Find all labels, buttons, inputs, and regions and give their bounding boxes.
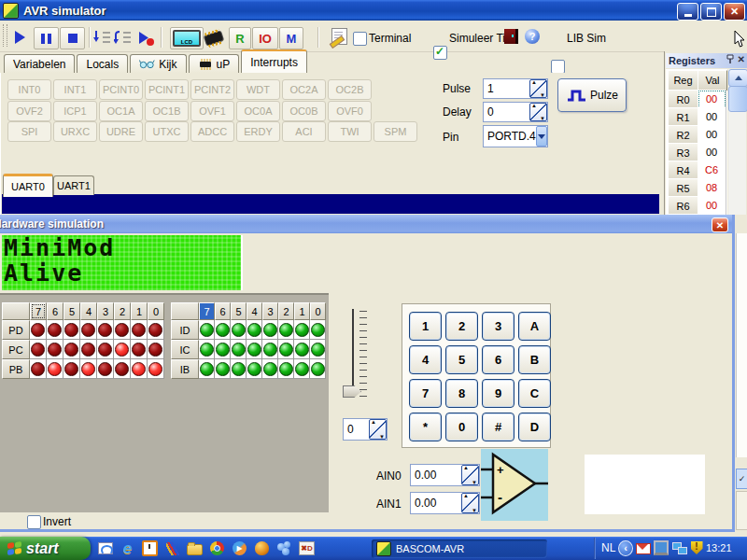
tab-uart1[interactable]: UART1 xyxy=(53,175,94,195)
led-column-header-2[interactable]: 2 xyxy=(114,302,131,320)
led-ic-2[interactable] xyxy=(278,340,294,359)
chrome-browser-icon[interactable] xyxy=(209,540,225,556)
led-ib-6[interactable] xyxy=(215,359,231,379)
led-pd-6[interactable] xyxy=(47,320,63,340)
step-over-button[interactable] xyxy=(114,30,132,47)
register-name-r6[interactable]: R6 xyxy=(668,196,698,215)
io-button[interactable]: IO xyxy=(252,27,278,49)
drawing-tools-icon[interactable] xyxy=(164,540,180,556)
led-column-header-5[interactable]: 5 xyxy=(63,302,80,320)
led-pc-1[interactable] xyxy=(131,340,148,359)
slider-value-spinner[interactable] xyxy=(369,419,387,440)
tab-uart0[interactable]: UART0 xyxy=(3,174,53,197)
led-pc-6[interactable] xyxy=(47,340,63,359)
restore-button[interactable] xyxy=(700,3,722,21)
tab-locals[interactable]: Locals xyxy=(77,54,128,73)
keypad-key-3[interactable]: 3 xyxy=(482,312,514,341)
delay-input[interactable]: 0 xyxy=(483,102,548,122)
report-button[interactable] xyxy=(331,28,347,45)
keypad-key-0[interactable]: 0 xyxy=(445,413,478,441)
register-value-r3[interactable]: 00 xyxy=(698,143,726,162)
led-column-header-6[interactable]: 6 xyxy=(215,302,231,320)
led-pc-7[interactable] xyxy=(30,340,47,359)
tab-up[interactable]: uP xyxy=(189,54,240,73)
keypad-key-2[interactable]: 2 xyxy=(445,312,478,341)
led-row-label-pd[interactable]: PD xyxy=(2,320,30,340)
hide-icons-chevron-icon[interactable]: ‹ xyxy=(618,540,633,555)
led-id-1[interactable] xyxy=(294,320,310,340)
led-row-label-ic[interactable]: IC xyxy=(171,340,199,359)
led-id-2[interactable] xyxy=(278,320,294,340)
pulse-spinner[interactable] xyxy=(529,79,547,98)
led-column-header-0[interactable]: 0 xyxy=(148,302,164,320)
led-ib-1[interactable] xyxy=(294,359,310,379)
led-pd-4[interactable] xyxy=(80,320,97,340)
minimize-button[interactable] xyxy=(677,3,698,21)
led-id-4[interactable] xyxy=(247,320,262,340)
lib-sim-checkbox[interactable] xyxy=(551,60,565,74)
led-id-5[interactable] xyxy=(231,320,247,340)
slider-thumb[interactable] xyxy=(343,385,361,398)
led-ic-1[interactable] xyxy=(294,340,310,359)
registers-col-val[interactable]: Val xyxy=(698,70,727,91)
led-id-3[interactable] xyxy=(262,320,278,340)
keypad-key-6[interactable]: 6 xyxy=(482,345,514,374)
keypad-key-4[interactable]: 4 xyxy=(409,345,442,374)
keypad-key-8[interactable]: 8 xyxy=(445,379,478,408)
mail-notifier-icon[interactable] xyxy=(636,540,651,555)
register-value-r6[interactable]: 00 xyxy=(698,196,726,215)
invert-checkbox[interactable] xyxy=(27,515,41,529)
scroll-up-icon[interactable] xyxy=(728,69,747,87)
led-id-6[interactable] xyxy=(215,320,231,340)
led-pd-0[interactable] xyxy=(148,320,164,340)
taskbar-item-bascom[interactable]: BASCOM-AVR xyxy=(372,539,547,558)
chip-button[interactable] xyxy=(205,34,222,43)
led-pc-3[interactable] xyxy=(97,340,114,359)
terminal-checkbox[interactable] xyxy=(353,32,367,46)
keypad-key-D[interactable]: D xyxy=(518,413,551,441)
led-ib-4[interactable] xyxy=(247,359,262,379)
led-pd-5[interactable] xyxy=(63,320,80,340)
register-value-r0[interactable]: 00 xyxy=(698,90,726,109)
run-to-cursor-button[interactable] xyxy=(137,31,156,49)
led-id-7[interactable] xyxy=(199,320,215,340)
led-pb-7[interactable] xyxy=(30,359,47,379)
led-column-header-4[interactable]: 4 xyxy=(80,302,97,320)
stop-button[interactable] xyxy=(60,27,85,49)
keypad-key-A[interactable]: A xyxy=(518,312,551,341)
keypad-key-7[interactable]: 7 xyxy=(409,379,442,408)
tab-interrupts[interactable]: Interrupts xyxy=(241,49,307,73)
registers-col-reg[interactable]: Reg xyxy=(668,70,698,91)
led-row-label-pb[interactable]: PB xyxy=(2,359,30,379)
ain1-input[interactable]: 0.00 xyxy=(410,492,480,514)
led-pb-1[interactable] xyxy=(131,359,148,379)
ain1-spinner[interactable] xyxy=(461,493,479,513)
keypad-key-C[interactable]: C xyxy=(518,379,551,408)
pause-button[interactable] xyxy=(34,27,59,49)
ain0-input[interactable]: 0.00 xyxy=(410,464,480,486)
security-shield-icon[interactable]: ! xyxy=(689,540,704,555)
led-column-header-3[interactable]: 3 xyxy=(97,302,114,320)
registers-close-icon[interactable]: ✕ xyxy=(738,54,745,64)
video-app-icon[interactable]: ✖D xyxy=(299,540,315,556)
led-ic-3[interactable] xyxy=(262,340,278,359)
led-column-header-7[interactable]: 7 xyxy=(199,302,215,320)
hardware-sim-close-button[interactable]: ✕ xyxy=(712,217,728,232)
alarm-clock-icon[interactable] xyxy=(142,540,158,556)
start-button[interactable]: start xyxy=(0,537,91,560)
step-into-button[interactable] xyxy=(93,30,111,47)
led-column-header-7[interactable]: 7 xyxy=(30,302,47,320)
pulse-input[interactable]: 1 xyxy=(483,78,548,99)
registers-button[interactable]: R xyxy=(229,27,251,49)
uart-terminal[interactable] xyxy=(2,194,659,214)
register-value-r1[interactable]: 00 xyxy=(698,107,726,127)
tab-variabelen[interactable]: Variabelen xyxy=(4,54,75,73)
led-row-label-ib[interactable]: IB xyxy=(171,359,199,379)
led-pb-5[interactable] xyxy=(63,359,80,379)
led-column-header-1[interactable]: 1 xyxy=(131,302,148,320)
keypad-key-*[interactable]: * xyxy=(409,413,442,441)
led-column-header-5[interactable]: 5 xyxy=(231,302,247,320)
help-button[interactable]: ? xyxy=(525,29,540,44)
slider-value-input[interactable]: 0 xyxy=(343,418,388,441)
led-ib-2[interactable] xyxy=(278,359,294,379)
